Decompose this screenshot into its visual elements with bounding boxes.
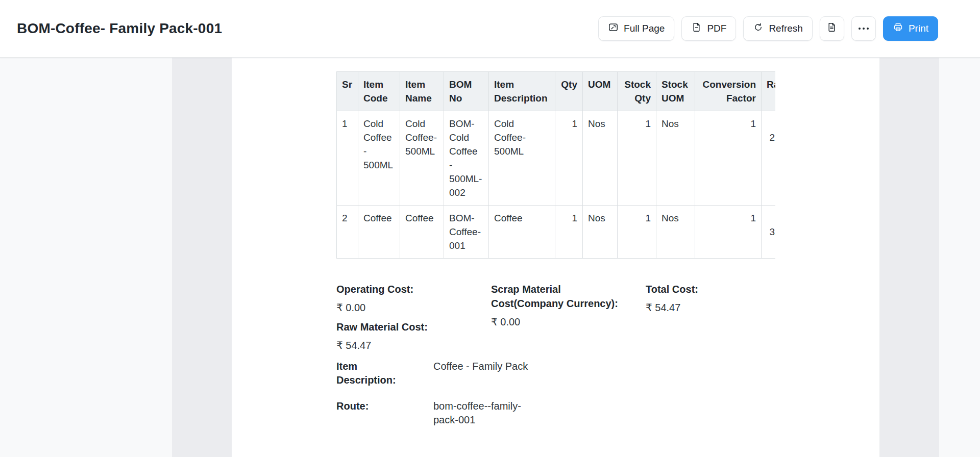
scrap-material-cost-value: ₹ 0.00 [491,315,646,329]
cell-rate: ₹ 32.32 [762,206,776,259]
full-page-icon [608,22,619,35]
print-preview-canvas: Sr Item Code Item Name BOM No Item Descr… [0,58,980,457]
full-page-button[interactable]: Full Page [598,16,674,41]
cell-sr: 1 [337,111,358,206]
right-outer-margin [939,58,980,457]
cell-qty: 1 [555,206,583,259]
col-header-item-code: Item Code [358,72,400,111]
left-outer-margin [0,58,172,457]
item-description-row: Item Description: Coffee - Family Pack [336,360,775,387]
cell-stock-uom: Nos [656,111,695,206]
refresh-label: Refresh [769,23,803,34]
print-preview-page: Sr Item Code Item Name BOM No Item Descr… [232,58,879,457]
cost-column: Total Cost: ₹ 54.47 [646,282,800,358]
col-header-stock-uom: Stock UOM [656,72,695,111]
raw-material-cost: Raw Material Cost: ₹ 54.47 [336,320,491,352]
file-text-icon [826,22,837,35]
more-options-button[interactable] [851,16,876,41]
total-cost-label: Total Cost: [646,282,781,296]
print-label: Print [909,23,928,34]
cell-stock-qty: 1 [618,111,656,206]
total-cost-value: ₹ 54.47 [646,300,800,315]
cell-item-code: Coffee [358,206,400,259]
cell-rate: ₹ 22.15 [762,111,776,206]
cell-uom: Nos [583,111,618,206]
cell-item-description: Coffee [489,206,555,259]
printer-icon [893,22,903,35]
col-header-rate: Rate [762,72,776,111]
col-header-uom: UOM [583,72,618,111]
scrap-material-cost-label: Scrap Material Cost(Company Currency): [491,282,626,311]
refresh-icon [753,22,764,35]
col-header-conversion-factor: Conversion Factor [695,72,762,111]
table-row: 1 Cold Coffee - 500ML Cold Coffee-500ML … [337,111,776,206]
raw-material-cost-label: Raw Material Cost: [336,320,472,334]
page-header: BOM-Coffee- Family Pack-001 Full Page PD… [0,0,980,58]
cost-column: Operating Cost: ₹ 0.00 Raw Material Cost… [336,282,491,358]
bom-items-table: Sr Item Code Item Name BOM No Item Descr… [336,71,775,259]
refresh-button[interactable]: Refresh [743,16,813,41]
cell-qty: 1 [555,111,583,206]
raw-material-cost-value: ₹ 54.47 [336,338,491,352]
cell-uom: Nos [583,206,618,259]
cell-item-name: Cold Coffee-500ML [400,111,444,206]
scrap-material-cost: Scrap Material Cost(Company Currency): ₹… [491,282,646,329]
operating-cost-label: Operating Cost: [336,282,472,296]
cell-item-name: Coffee [400,206,444,259]
operating-cost-value: ₹ 0.00 [336,300,491,315]
col-header-stock-qty: Stock Qty [618,72,656,111]
toolbar: Full Page PDF Refresh Print [598,16,938,41]
cell-conversion-factor: 1 [695,111,762,206]
pdf-button[interactable]: PDF [681,16,736,41]
item-description-value: Coffee - Family Pack [433,360,535,387]
cell-stock-qty: 1 [618,206,656,259]
pdf-label: PDF [707,23,726,34]
col-header-qty: Qty [555,72,583,111]
pdf-file-icon [691,22,702,35]
cell-item-code: Cold Coffee - 500ML [358,111,400,206]
cell-bom-no: BOM-Coffee-001 [444,206,489,259]
print-button[interactable]: Print [883,16,938,41]
cell-bom-no: BOM-Cold Coffee - 500ML-002 [444,111,489,206]
col-header-bom-no: BOM No [444,72,489,111]
view-settings-button[interactable] [820,16,844,41]
cost-summary: Operating Cost: ₹ 0.00 Raw Material Cost… [336,282,800,358]
cell-stock-uom: Nos [656,206,695,259]
col-header-item-description: Item Description [489,72,555,111]
cell-conversion-factor: 1 [695,206,762,259]
route-value: bom-coffee--family-pack-001 [433,399,535,427]
cost-column: Scrap Material Cost(Company Currency): ₹… [491,282,646,358]
table-header-row: Sr Item Code Item Name BOM No Item Descr… [337,72,776,111]
left-gutter [172,58,232,457]
page-title: BOM-Coffee- Family Pack-001 [17,20,222,37]
route-label: Route: [336,399,413,427]
right-gutter [879,58,939,457]
bom-items-table-wrapper: Sr Item Code Item Name BOM No Item Descr… [336,71,775,259]
item-details: Item Description: Coffee - Family Pack R… [336,360,775,427]
col-header-sr: Sr [337,72,358,111]
ellipsis-icon [859,28,869,30]
table-row: 2 Coffee Coffee BOM-Coffee-001 Coffee 1 … [337,206,776,259]
item-description-label: Item Description: [336,360,413,387]
total-cost: Total Cost: ₹ 54.47 [646,282,800,315]
operating-cost: Operating Cost: ₹ 0.00 [336,282,491,315]
route-row: Route: bom-coffee--family-pack-001 [336,399,775,427]
full-page-label: Full Page [624,23,665,34]
cell-sr: 2 [337,206,358,259]
col-header-item-name: Item Name [400,72,444,111]
cell-item-description: Cold Coffee-500ML [489,111,555,206]
